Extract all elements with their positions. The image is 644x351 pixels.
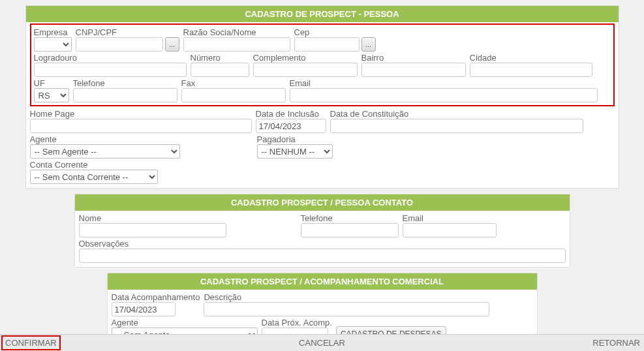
input-cidade[interactable] [470,63,592,77]
input-cep[interactable] [294,37,360,52]
label-logradouro: Logradouro [34,53,187,63]
label-bairro: Bairro [361,53,466,63]
select-agente[interactable]: -- Sem Agente -- [30,144,180,159]
label-data-const: Data de Constituição [330,109,583,119]
select-conta[interactable]: -- Sem Conta Corrente -- [30,170,158,184]
panel-contato: CADASTRO PROSPECT / PESSOA CONTATO Nome … [74,194,570,267]
label-uf: UF [34,78,69,88]
input-c-telefone[interactable] [301,223,399,237]
input-c-email[interactable] [403,223,497,237]
header-contato: CADASTRO PROSPECT / PESSOA CONTATO [75,194,570,211]
label-pagadoria: Pagadoria [257,134,333,144]
label-cidade: Cidade [470,53,592,63]
cancelar-button[interactable]: CANCELAR [299,338,345,348]
input-a-data[interactable] [112,302,176,316]
input-data-inclusao[interactable] [256,119,326,133]
lookup-cnpj-button[interactable]: ... [165,37,179,52]
select-empresa[interactable] [34,37,72,52]
label-a-prox: Data Próx. Acomp. [262,318,332,328]
input-a-desc[interactable] [204,302,489,316]
label-agente: Agente [30,134,180,144]
label-a-data: Data Acompanhamento [112,292,200,302]
input-bairro[interactable] [361,63,466,77]
label-fax: Fax [181,78,286,88]
label-cep: Cep [294,27,376,37]
label-homepage: Home Page [30,109,252,119]
label-a-agente: Agente [112,318,258,328]
input-fax[interactable] [181,88,286,102]
panel-pessoa: CADASTRO DE PROSPECT - PESSOA Empresa CN… [25,5,619,189]
header-pessoa: CADASTRO DE PROSPECT - PESSOA [26,6,619,22]
input-complemento[interactable] [253,63,358,77]
label-complemento: Complemento [253,53,358,63]
label-c-telefone: Telefone [301,213,399,223]
retornar-button[interactable]: RETORNAR [592,338,640,348]
label-email: Email [290,78,598,88]
header-acomp: CADASTRO PROSPECT / ACOMPANHAMENTO COMER… [108,273,537,290]
label-empresa: Empresa [34,27,72,37]
confirmar-button[interactable]: CONFIRMAR [1,335,61,350]
input-email[interactable] [290,88,598,102]
label-c-email: Email [403,213,497,223]
bottom-bar: CONFIRMAR CANCELAR RETORNAR [0,334,644,351]
label-numero: Número [191,53,249,63]
input-data-const[interactable] [330,119,583,133]
label-a-desc: Descrição [204,292,532,302]
input-cnpj[interactable] [76,37,163,52]
input-numero[interactable] [191,63,249,77]
panel-acomp: CADASTRO PROSPECT / ACOMPANHAMENTO COMER… [107,273,538,344]
input-razao[interactable] [183,37,290,52]
input-logradouro[interactable] [34,63,187,77]
label-c-nome: Nome [79,213,226,223]
select-pagadoria[interactable]: -- NENHUM -- [257,144,333,159]
input-homepage[interactable] [30,119,252,133]
required-fields-box: Empresa CNPJ/CPF ... Razão Socia/Nome [30,23,615,106]
label-telefone: Telefone [73,78,177,88]
label-cnpj: CNPJ/CPF [76,27,179,37]
input-obs[interactable] [79,249,566,263]
input-telefone[interactable] [73,88,177,102]
label-razao: Razão Socia/Nome [183,27,290,37]
label-data-inclusao: Data de Inclusão [256,109,326,119]
input-c-nome[interactable] [79,223,226,237]
label-obs: Observações [79,239,566,249]
select-uf[interactable]: RS [34,88,69,102]
lookup-cep-button[interactable]: ... [361,37,376,52]
label-conta: Conta Corrente [30,160,158,170]
